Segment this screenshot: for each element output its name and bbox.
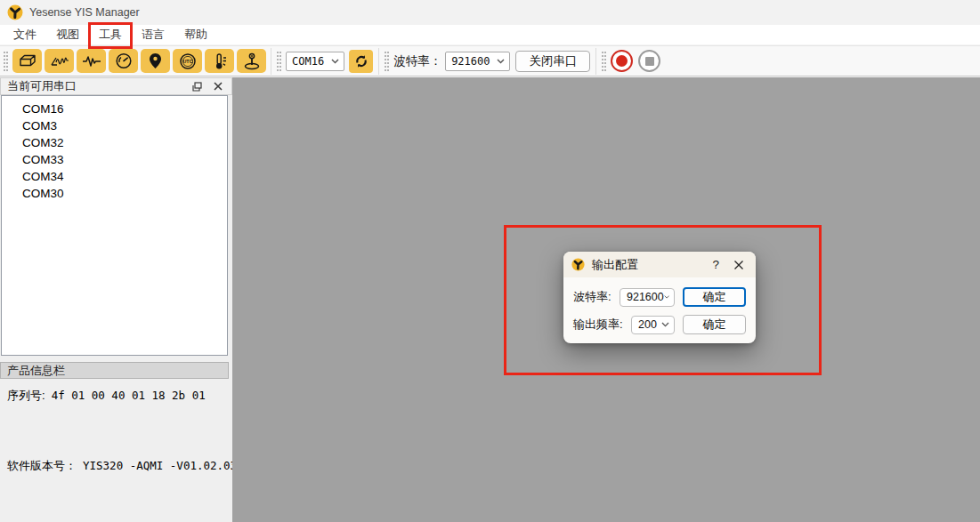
close-serial-port-button[interactable]: 关闭串口 xyxy=(515,51,590,72)
baud-rate-select[interactable]: 921600 xyxy=(620,288,675,307)
float-window-icon xyxy=(192,82,202,92)
port-select[interactable]: COM16 xyxy=(286,52,344,71)
confirm-output-rate-button[interactable]: 确定 xyxy=(683,315,746,334)
menu-language[interactable]: 语言 xyxy=(132,25,174,44)
svg-text:UTC: UTC xyxy=(182,59,192,64)
window-title: Yesense YIS Manager xyxy=(29,6,140,19)
list-item-port[interactable]: COM33 xyxy=(2,151,227,168)
toolbar-separator xyxy=(378,48,379,75)
tool-thermometer-button[interactable] xyxy=(205,49,234,73)
gauge-icon xyxy=(115,52,133,69)
stop-icon xyxy=(645,57,654,66)
close-icon xyxy=(214,82,223,91)
chevron-down-icon xyxy=(331,59,339,64)
toolbar-drag-handle[interactable] xyxy=(277,52,281,71)
serial-port-dock-panel: 当前可用串口 COM16 COM3 COM32 COM33 COM34 COM3… xyxy=(0,77,232,522)
baud-rate-label: 波特率: xyxy=(573,289,611,305)
serial-number-row: 序列号: 4f 01 00 40 01 18 2b 01 xyxy=(7,388,206,404)
firmware-version-label: 软件版本号： xyxy=(7,458,77,474)
list-item-port[interactable]: COM16 xyxy=(2,100,227,117)
close-icon xyxy=(733,260,744,270)
tool-3d-view-button[interactable] xyxy=(12,49,42,73)
toolbar-separator xyxy=(271,48,271,75)
menu-help[interactable]: 帮助 xyxy=(174,25,217,44)
location-pin-icon xyxy=(149,52,162,69)
toolbar-separator xyxy=(595,48,596,75)
baud-rate-value: 921600 xyxy=(627,291,664,303)
menu-tools[interactable]: 工具 xyxy=(89,25,132,44)
app-logo-icon xyxy=(571,258,585,271)
output-rate-select[interactable]: 200 xyxy=(631,316,675,334)
list-item-port[interactable]: COM3 xyxy=(2,117,227,134)
thermometer-icon xyxy=(212,52,228,70)
list-item-port[interactable]: COM32 xyxy=(2,134,227,151)
baud-rate-value: 921600 xyxy=(451,55,490,68)
refresh-icon xyxy=(354,54,369,68)
list-item-port[interactable]: COM34 xyxy=(2,168,227,185)
firmware-version-value: YIS320 -AQMI -V01.02.03; xyxy=(83,459,244,472)
menu-bar: 文件 视图 工具 语言 帮助 xyxy=(0,25,980,45)
product-info-header: 产品信息栏 xyxy=(0,362,229,379)
utc-clock-icon: UTC xyxy=(179,52,197,70)
pendulum-icon xyxy=(243,52,261,70)
output-config-dialog: 输出配置 ? 波特率: 921600 确定 输出频率: 200 确定 xyxy=(563,252,756,343)
dialog-title: 输出配置 xyxy=(592,257,638,273)
title-bar: Yesense YIS Manager xyxy=(0,0,980,25)
angle-wave-icon xyxy=(50,54,69,68)
record-button[interactable] xyxy=(611,50,633,72)
refresh-ports-button[interactable] xyxy=(349,50,373,73)
confirm-baud-button[interactable]: 确定 xyxy=(683,287,746,307)
list-item-port[interactable]: COM30 xyxy=(2,185,227,202)
tool-location-button[interactable] xyxy=(141,49,170,73)
menu-file[interactable]: 文件 xyxy=(4,25,46,44)
menu-view[interactable]: 视图 xyxy=(46,25,89,44)
chevron-down-icon xyxy=(497,59,505,64)
dock-panel-header: 当前可用串口 xyxy=(0,77,232,95)
product-info-title: 产品信息栏 xyxy=(7,363,65,379)
dialog-title-bar: 输出配置 ? xyxy=(563,252,756,277)
toolbar-drag-handle[interactable] xyxy=(4,52,8,71)
stop-button[interactable] xyxy=(638,50,660,72)
app-window: Yesense YIS Manager 文件 视图 工具 语言 帮助 xyxy=(0,0,980,522)
app-logo-icon xyxy=(7,4,23,20)
close-panel-button[interactable] xyxy=(211,80,225,92)
firmware-version-row: 软件版本号： YIS320 -AQMI -V01.02.03; xyxy=(7,458,244,474)
output-rate-label: 输出频率: xyxy=(573,317,623,333)
tool-angle-wave-button[interactable] xyxy=(45,49,74,73)
dialog-close-button[interactable] xyxy=(732,260,746,270)
chevron-down-icon xyxy=(661,322,669,327)
tool-utc-clock-button[interactable]: UTC xyxy=(173,49,202,73)
cube-3d-icon xyxy=(19,53,36,68)
toolbar-drag-handle[interactable] xyxy=(602,52,606,71)
serial-number-value: 4f 01 00 40 01 18 2b 01 xyxy=(52,389,206,402)
record-icon xyxy=(616,55,628,67)
toolbar-drag-handle[interactable] xyxy=(385,52,389,71)
baud-rate-label: 波特率： xyxy=(393,53,441,69)
baud-rate-config-row: 波特率: 921600 确定 xyxy=(563,287,756,307)
dialog-help-button[interactable]: ? xyxy=(707,258,725,271)
tool-gauge-button[interactable] xyxy=(109,49,138,73)
output-rate-value: 200 xyxy=(638,318,657,331)
available-ports-list: COM16 COM3 COM32 COM33 COM34 COM30 xyxy=(1,95,228,356)
output-rate-config-row: 输出频率: 200 确定 xyxy=(563,315,756,334)
chevron-down-icon xyxy=(664,294,669,300)
tool-pendulum-button[interactable] xyxy=(237,49,266,73)
float-panel-button[interactable] xyxy=(190,80,204,92)
dock-panel-title: 当前可用串口 xyxy=(7,78,77,94)
baud-rate-select[interactable]: 921600 xyxy=(445,52,510,71)
waveform-icon xyxy=(82,54,101,68)
port-select-value: COM16 xyxy=(292,55,324,68)
tool-waveform-button[interactable] xyxy=(77,49,106,73)
serial-number-label: 序列号: xyxy=(7,388,45,404)
toolbar: UTC COM16 xyxy=(0,45,980,76)
